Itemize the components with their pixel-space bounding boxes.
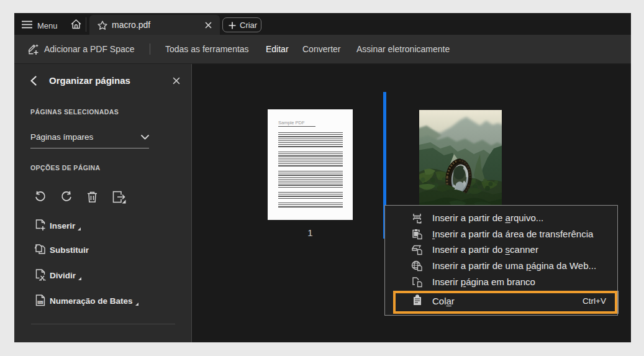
svg-text:012: 012 [38,301,43,304]
